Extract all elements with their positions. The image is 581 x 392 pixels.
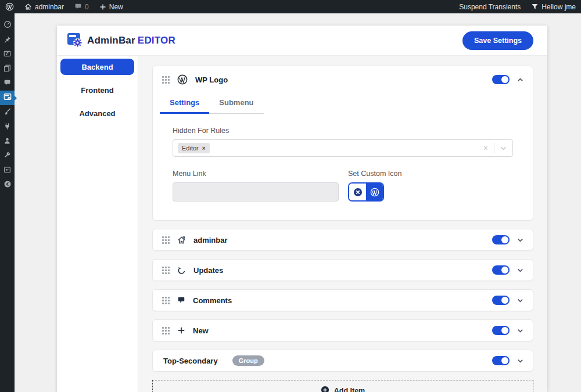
item-card-adminbar: adminbar — [152, 229, 533, 251]
remove-tag-icon[interactable]: × — [202, 145, 206, 152]
chevron-down-icon[interactable] — [517, 358, 523, 364]
page-title: AdminBarEDITOR — [87, 35, 175, 46]
updates-icon — [177, 266, 186, 275]
item-card-top-secondary: Top-Secondary Group — [152, 350, 533, 372]
wrench-icon — [3, 151, 11, 161]
wordpress-logo-icon — [177, 74, 188, 85]
item-card-new: New — [152, 319, 533, 341]
adminbar-editor-logo-icon — [66, 31, 83, 50]
wordpress-icon-button[interactable] — [366, 184, 383, 200]
enable-toggle[interactable] — [492, 356, 510, 365]
plus-icon — [99, 3, 106, 10]
item-card-updates: Updates — [152, 259, 533, 281]
drag-handle[interactable] — [162, 267, 170, 274]
enable-toggle[interactable] — [492, 265, 510, 275]
wp-logo-menu[interactable] — [0, 0, 19, 13]
add-item-button[interactable]: Add Item — [152, 380, 533, 392]
adminbar-editor-icon — [3, 93, 12, 103]
sidebar-item-plugins[interactable] — [0, 120, 15, 134]
new-content-menu[interactable]: New — [94, 0, 128, 13]
rule-tag: Editor × — [178, 143, 210, 153]
nav-tab-advanced[interactable]: Advanced — [60, 105, 134, 121]
suspend-transients-menu[interactable]: Suspend Transients — [454, 0, 526, 13]
clear-icon-button[interactable] — [349, 184, 366, 200]
brand-name: AdminBar — [87, 35, 135, 46]
site-name-menu[interactable]: adminbar — [19, 0, 69, 13]
dashboard-icon — [3, 20, 12, 31]
user-greeting-label: Hellow jme — [541, 3, 576, 11]
sidebar-item-posts[interactable] — [0, 33, 15, 47]
enable-toggle[interactable] — [492, 296, 510, 305]
comment-bubble-icon — [177, 296, 185, 304]
sidebar-item-users[interactable] — [0, 134, 15, 149]
sidebar-item-appearance[interactable] — [0, 105, 15, 120]
chevron-down-icon[interactable] — [517, 267, 523, 274]
add-item-label: Add Item — [334, 387, 365, 392]
nav-tab-frontend[interactable]: Frontend — [60, 82, 134, 98]
group-badge: Group — [232, 355, 264, 366]
enable-toggle[interactable] — [492, 326, 510, 335]
comments-icon — [3, 78, 11, 89]
collapse-arrow-icon — [3, 180, 12, 190]
menu-link-input[interactable] — [173, 182, 339, 202]
tab-submenu[interactable]: Submenu — [209, 93, 263, 114]
enable-toggle[interactable] — [492, 75, 510, 84]
suspend-transients-label: Suspend Transients — [459, 3, 521, 11]
plug-icon — [3, 122, 11, 132]
brand-suffix: EDITOR — [138, 35, 175, 46]
comments-menu[interactable]: 0 — [69, 0, 94, 13]
funnel-icon — [531, 3, 539, 10]
drag-handle[interactable] — [162, 236, 170, 244]
clear-all-icon[interactable]: × — [483, 144, 488, 152]
item-title: Updates — [193, 266, 223, 275]
set-custom-icon-label: Set Custom Icon — [348, 170, 401, 178]
item-card-comments: Comments — [152, 289, 533, 311]
drag-handle[interactable] — [162, 327, 170, 335]
brand: AdminBarEDITOR — [66, 31, 175, 50]
chevron-up-icon[interactable] — [517, 77, 523, 83]
custom-icon-button-group — [348, 182, 384, 202]
new-label: New — [109, 3, 123, 11]
drag-handle[interactable] — [162, 76, 170, 84]
rule-tag-label: Editor — [182, 145, 199, 152]
settings-icon — [3, 166, 11, 176]
comment-bubble-icon — [74, 3, 82, 10]
item-title: adminbar — [193, 236, 228, 244]
sidebar-item-pages[interactable] — [0, 62, 15, 76]
chevron-down-icon[interactable] — [517, 237, 523, 243]
sidebar-item-comments[interactable] — [0, 76, 15, 91]
wordpress-icon — [5, 2, 14, 11]
chevron-down-icon[interactable] — [517, 328, 523, 334]
sidebar-item-media[interactable] — [0, 47, 15, 62]
nav-tab-backend[interactable]: Backend — [60, 59, 134, 75]
sidebar-collapse-menu[interactable] — [0, 178, 15, 192]
sidebar-item-dashboard[interactable] — [0, 18, 15, 33]
wp-admin-bar: adminbar 0 New Suspend Transients Hellow… — [0, 0, 581, 13]
item-card-wp-logo: WP Logo Settings Submenu Hidden For Rule… — [152, 66, 533, 221]
drag-handle[interactable] — [162, 297, 170, 304]
sidebar-item-adminbar-editor[interactable] — [0, 91, 15, 105]
plus-circle-icon — [321, 386, 329, 392]
brush-icon — [3, 107, 11, 118]
enable-toggle[interactable] — [492, 235, 510, 244]
home-icon — [24, 3, 32, 10]
item-title: Top-Secondary — [163, 357, 218, 365]
media-icon — [3, 49, 11, 60]
adminbar-editor-panel: AdminBarEDITOR Save Settings Backend Fro… — [57, 26, 547, 392]
hidden-for-rules-label: Hidden For Rules — [173, 127, 513, 135]
sidebar-item-tools[interactable] — [0, 149, 15, 163]
item-tabs: Settings Submenu — [160, 93, 264, 114]
item-title: WP Logo — [195, 75, 228, 84]
hidden-for-rules-select[interactable]: Editor × × — [173, 139, 513, 157]
home-icon — [177, 236, 186, 244]
plus-icon — [177, 326, 185, 335]
tab-settings[interactable]: Settings — [160, 93, 209, 114]
chevron-down-icon[interactable] — [500, 145, 507, 152]
user-account-menu[interactable]: Hellow jme — [526, 0, 581, 13]
sidebar-item-settings[interactable] — [0, 163, 15, 178]
item-title: Comments — [193, 296, 232, 305]
items-list: WP Logo Settings Submenu Hidden For Rule… — [138, 56, 547, 392]
chevron-down-icon[interactable] — [517, 297, 523, 304]
save-settings-button[interactable]: Save Settings — [462, 31, 533, 50]
context-nav: Backend Frontend Advanced — [57, 56, 138, 392]
